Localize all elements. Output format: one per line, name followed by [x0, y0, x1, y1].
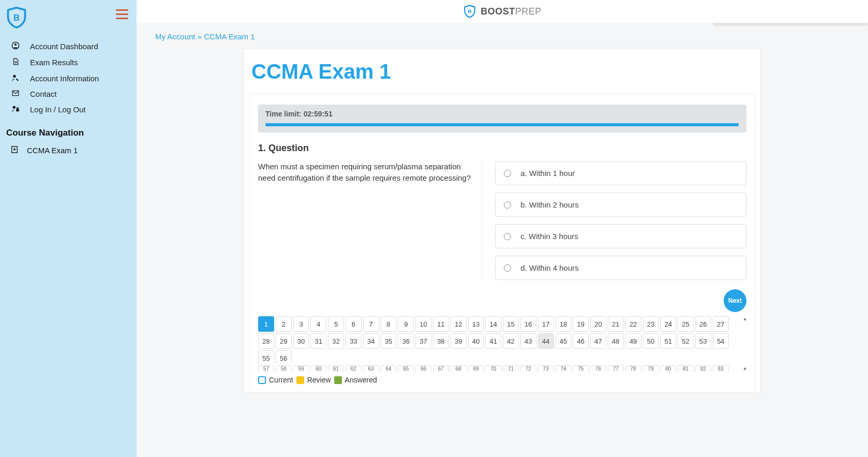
- page-num-46[interactable]: 46: [573, 333, 589, 349]
- page-num-64[interactable]: 64: [381, 365, 397, 372]
- page-num-30[interactable]: 30: [293, 333, 309, 349]
- page-num-13[interactable]: 13: [468, 316, 484, 332]
- page-num-10[interactable]: 10: [415, 316, 431, 332]
- page-num-76[interactable]: 76: [590, 365, 606, 372]
- page-num-39[interactable]: 39: [451, 333, 467, 349]
- page-num-48[interactable]: 48: [608, 333, 624, 349]
- sidebar-item-contact[interactable]: Contact: [0, 86, 137, 101]
- breadcrumb-my-account[interactable]: My Account: [155, 32, 196, 41]
- page-num-8[interactable]: 8: [381, 316, 397, 332]
- page-num-37[interactable]: 37: [415, 333, 431, 349]
- page-num-75[interactable]: 75: [573, 365, 589, 372]
- page-num-83[interactable]: 83: [713, 365, 729, 372]
- sidebar-item-exam-results[interactable]: Exam Results: [0, 54, 137, 70]
- page-num-57[interactable]: 57: [258, 365, 274, 372]
- page-num-72[interactable]: 72: [520, 365, 536, 372]
- course-item-ccma-exam-1[interactable]: CCMA Exam 1: [0, 142, 137, 158]
- page-num-23[interactable]: 23: [643, 316, 659, 332]
- page-num-17[interactable]: 17: [538, 316, 554, 332]
- page-num-69[interactable]: 69: [468, 365, 484, 372]
- page-num-36[interactable]: 36: [398, 333, 414, 349]
- page-num-20[interactable]: 20: [590, 316, 606, 332]
- page-num-78[interactable]: 78: [625, 365, 641, 372]
- page-num-82[interactable]: 82: [695, 365, 711, 372]
- page-num-11[interactable]: 11: [433, 316, 449, 332]
- answer-option-a[interactable]: a. Within 1 hour: [495, 161, 746, 185]
- page-num-66[interactable]: 66: [415, 365, 431, 372]
- answer-option-d[interactable]: d. Within 4 hours: [495, 256, 746, 280]
- page-num-58[interactable]: 58: [276, 365, 292, 372]
- page-num-80[interactable]: 80: [660, 365, 676, 372]
- page-num-21[interactable]: 21: [608, 316, 624, 332]
- page-num-34[interactable]: 34: [363, 333, 379, 349]
- page-num-43[interactable]: 43: [520, 333, 536, 349]
- page-num-4[interactable]: 4: [310, 316, 326, 332]
- page-num-60[interactable]: 60: [310, 365, 326, 372]
- sidebar-item-log-in-log-out[interactable]: Log In / Log Out: [0, 101, 137, 117]
- page-num-26[interactable]: 26: [695, 316, 711, 332]
- answer-option-c[interactable]: c. Within 3 hours: [495, 224, 746, 248]
- page-num-45[interactable]: 45: [556, 333, 572, 349]
- answer-option-b[interactable]: b. Within 2 hours: [495, 193, 746, 217]
- page-num-42[interactable]: 42: [503, 333, 519, 349]
- page-num-28[interactable]: 28: [258, 333, 274, 349]
- page-num-79[interactable]: 79: [643, 365, 659, 372]
- page-num-31[interactable]: 31: [310, 333, 326, 349]
- hamburger-menu[interactable]: [116, 9, 128, 19]
- page-num-63[interactable]: 63: [363, 365, 379, 372]
- page-num-14[interactable]: 14: [485, 316, 501, 332]
- page-num-9[interactable]: 9: [398, 316, 414, 332]
- page-num-73[interactable]: 73: [538, 365, 554, 372]
- page-num-53[interactable]: 53: [695, 333, 711, 349]
- page-num-70[interactable]: 70: [485, 365, 501, 372]
- page-num-1[interactable]: 1: [258, 316, 274, 332]
- page-num-35[interactable]: 35: [381, 333, 397, 349]
- breadcrumb-exam[interactable]: CCMA Exam 1: [204, 32, 255, 41]
- page-num-32[interactable]: 32: [328, 333, 344, 349]
- page-num-61[interactable]: 61: [328, 365, 344, 372]
- page-num-56[interactable]: 56: [276, 350, 292, 364]
- page-num-71[interactable]: 71: [503, 365, 519, 372]
- page-num-49[interactable]: 49: [625, 333, 641, 349]
- page-num-33[interactable]: 33: [346, 333, 362, 349]
- page-num-7[interactable]: 7: [363, 316, 379, 332]
- page-num-18[interactable]: 18: [556, 316, 572, 332]
- page-num-47[interactable]: 47: [590, 333, 606, 349]
- page-num-74[interactable]: 74: [556, 365, 572, 372]
- scroll-up-icon[interactable]: ▲: [743, 316, 747, 321]
- sidebar-item-account-dashboard[interactable]: Account Dashboard: [0, 38, 137, 54]
- scroll-down-icon[interactable]: ▼: [743, 366, 747, 372]
- page-num-25[interactable]: 25: [678, 316, 694, 332]
- page-num-40[interactable]: 40: [468, 333, 484, 349]
- page-num-5[interactable]: 5: [328, 316, 344, 332]
- page-num-67[interactable]: 67: [433, 365, 449, 372]
- page-num-44[interactable]: 44: [538, 333, 554, 349]
- page-num-27[interactable]: 27: [713, 316, 729, 332]
- page-num-38[interactable]: 38: [433, 333, 449, 349]
- page-num-16[interactable]: 16: [520, 316, 536, 332]
- page-num-62[interactable]: 62: [346, 365, 362, 372]
- page-num-51[interactable]: 51: [660, 333, 676, 349]
- page-num-3[interactable]: 3: [293, 316, 309, 332]
- page-num-77[interactable]: 77: [608, 365, 624, 372]
- page-num-22[interactable]: 22: [625, 316, 641, 332]
- page-num-6[interactable]: 6: [346, 316, 362, 332]
- page-num-55[interactable]: 55: [258, 350, 274, 364]
- page-num-81[interactable]: 81: [678, 365, 694, 372]
- page-num-2[interactable]: 2: [276, 316, 292, 332]
- page-num-59[interactable]: 59: [293, 365, 309, 372]
- page-num-65[interactable]: 65: [398, 365, 414, 372]
- page-num-68[interactable]: 68: [451, 365, 467, 372]
- sidebar-item-account-information[interactable]: Account Information: [0, 70, 137, 86]
- page-num-19[interactable]: 19: [573, 316, 589, 332]
- page-num-54[interactable]: 54: [713, 333, 729, 349]
- page-num-15[interactable]: 15: [503, 316, 519, 332]
- page-num-29[interactable]: 29: [276, 333, 292, 349]
- page-num-41[interactable]: 41: [485, 333, 501, 349]
- page-num-12[interactable]: 12: [451, 316, 467, 332]
- page-num-24[interactable]: 24: [660, 316, 676, 332]
- page-num-52[interactable]: 52: [678, 333, 694, 349]
- next-button[interactable]: Next: [724, 289, 746, 312]
- pager-scrollbar[interactable]: ▲ ▼: [741, 316, 749, 372]
- page-num-50[interactable]: 50: [643, 333, 659, 349]
